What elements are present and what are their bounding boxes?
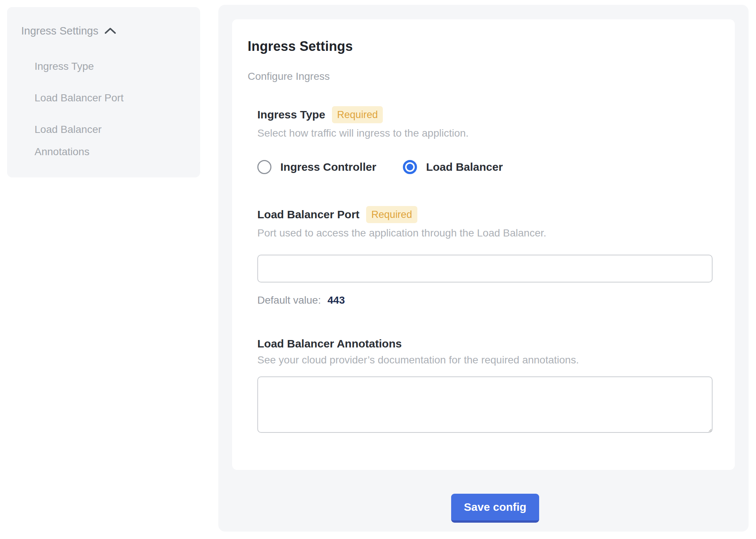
radio-option-load-balancer[interactable]: Load Balancer [403,160,503,174]
settings-panel: Ingress Settings Configure Ingress Ingre… [218,5,749,532]
field-load-balancer-port: Load Balancer Port Required Port used to… [257,206,713,306]
ingress-settings-card: Ingress Settings Configure Ingress Ingre… [232,19,735,470]
sidebar-item-ingress-type[interactable]: Ingress Type [35,55,157,78]
required-badge: Required [366,206,417,223]
field-ingress-type: Ingress Type Required Select how traffic… [257,106,713,174]
default-value-label: Default value: [257,294,321,306]
ingress-type-description: Select how traffic will ingress to the a… [257,127,713,139]
page-subtitle: Configure Ingress [248,71,713,82]
load-balancer-annotations-description: See your cloud provider’s documentation … [257,354,713,366]
load-balancer-annotations-textarea[interactable] [257,376,713,433]
sidebar-item-load-balancer-annotations[interactable]: Load Balancer Annotations [35,118,157,163]
settings-nav-sidebar: Ingress Settings Ingress Type Load Balan… [7,7,200,177]
ingress-type-radio-group: Ingress Controller Load Balancer [257,160,713,174]
sidebar-group-label: Ingress Settings [21,23,98,39]
required-badge: Required [332,106,383,123]
load-balancer-port-input[interactable] [257,255,713,282]
load-balancer-port-label: Load Balancer Port [257,208,359,221]
default-value-number: 443 [328,294,345,306]
load-balancer-annotations-label: Load Balancer Annotations [257,337,402,350]
page-title: Ingress Settings [248,39,713,54]
load-balancer-port-description: Port used to access the application thro… [257,227,713,239]
sidebar-nav-list: Ingress Type Load Balancer Port Load Bal… [21,55,191,163]
radio-icon [403,160,417,174]
sidebar-group-ingress-settings[interactable]: Ingress Settings [21,23,191,39]
radio-label: Load Balancer [426,161,503,173]
radio-icon [257,160,271,174]
sidebar-item-load-balancer-port[interactable]: Load Balancer Port [35,87,157,109]
radio-label: Ingress Controller [280,161,376,173]
save-config-button[interactable]: Save config [451,494,539,523]
ingress-type-label: Ingress Type [257,108,325,121]
field-load-balancer-annotations: Load Balancer Annotations See your cloud… [257,337,713,433]
chevron-up-icon [104,27,116,35]
default-value-line: Default value: 443 [257,294,713,306]
radio-option-ingress-controller[interactable]: Ingress Controller [257,160,376,174]
